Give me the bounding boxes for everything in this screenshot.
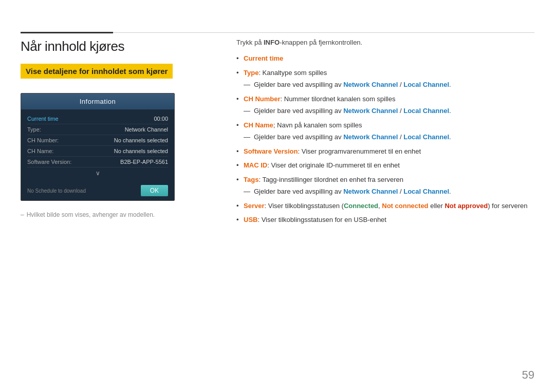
dialog-body: Current time 00:00 Type: Network Channel…	[21, 109, 174, 183]
dialog-label-software-version: Software Version:	[27, 159, 74, 165]
footnote: Hvilket bilde som vises, avhenger av mod…	[21, 211, 216, 218]
info-key-label: INFO	[264, 39, 280, 46]
bullet-rest-mac-id: : Viser det originale ID-nummeret til en…	[267, 161, 400, 169]
page-content: Når innhold kjøres Vise detaljene for in…	[21, 39, 534, 371]
network-channel-link-3: Network Channel	[343, 133, 398, 141]
dialog-value-current-time: 00:00	[74, 116, 168, 122]
dialog-row-ch-number: CH Number: No channels selected	[27, 135, 168, 146]
status-not-connected: Not connected	[382, 202, 428, 210]
local-channel-link-1: Local Channel	[403, 81, 449, 88]
top-line-light	[113, 32, 534, 33]
page-title: Når innhold kjøres	[21, 39, 216, 54]
highlight-subtitle: Vise detaljene for innholdet som kjører	[21, 64, 173, 79]
page-number: 59	[522, 368, 534, 382]
bullet-tags: Tags: Tagg-innstillinger tilordnet en en…	[236, 175, 534, 197]
dialog-value-ch-number: No channels selected	[74, 137, 168, 143]
sub-list-ch-name: Gjelder bare ved avspilling av Network C…	[244, 132, 534, 142]
bullet-label-usb: USB	[244, 216, 257, 223]
bullet-rest-server: : Viser tilkoblingsstatusen (	[264, 202, 343, 210]
sub-item-tags-1: Gjelder bare ved avspilling av Network C…	[244, 186, 534, 197]
bullet-rest-tags: : Tagg-innstillinger tilordnet en enhet …	[258, 176, 403, 183]
dialog-label-type: Type:	[27, 126, 74, 133]
bullet-label-ch-name: CH Name	[244, 121, 273, 129]
bullet-label-software-version: Software Version	[244, 147, 298, 155]
status-not-approved: Not approved	[445, 202, 488, 210]
dialog-row-software-version: Software Version: B2B-EP-APP-5561	[27, 157, 168, 167]
bullet-label-server: Server	[244, 202, 264, 210]
dialog-ok-button[interactable]: OK	[141, 185, 168, 196]
instruction-text: Trykk på INFO-knappen på fjernkontrollen…	[236, 39, 534, 46]
info-dialog-mockup: Information Current time 00:00 Type: Net…	[21, 93, 175, 201]
bullet-type: Type: Kanaltype som spilles Gjelder bare…	[236, 68, 534, 90]
top-decorative-lines	[21, 32, 534, 33]
sub-list-tags: Gjelder bare ved avspilling av Network C…	[244, 186, 534, 197]
dialog-label-ch-name: CH Name:	[27, 148, 74, 154]
dialog-row-current-time: Current time 00:00	[27, 114, 168, 124]
dialog-label-current-time: Current time	[27, 116, 74, 122]
bullet-server: Server: Viser tilkoblingsstatusen (Conne…	[236, 201, 534, 211]
bullet-rest-ch-number: : Nummer tilordnet kanalen som spilles	[281, 95, 396, 103]
bullet-mac-id: MAC ID: Viser det originale ID-nummeret …	[236, 160, 534, 171]
dialog-value-ch-name: No channels selected	[74, 148, 168, 154]
sub-item-ch-name-1: Gjelder bare ved avspilling av Network C…	[244, 132, 534, 142]
bullet-label-ch-number: CH Number	[244, 95, 281, 103]
feature-bullet-list: Current time Type: Kanaltype som spilles…	[236, 53, 534, 225]
right-column: Trykk på INFO-knappen på fjernkontrollen…	[236, 39, 534, 229]
bullet-label-type: Type	[244, 69, 258, 77]
sub-item-ch-number-1: Gjelder bare ved avspilling av Network C…	[244, 106, 534, 116]
network-channel-link-1: Network Channel	[343, 81, 398, 88]
network-channel-link-4: Network Channel	[343, 188, 398, 195]
bullet-ch-name: CH Name; Navn på kanalen som spilles Gje…	[236, 120, 534, 142]
sub-item-type-1: Gjelder bare ved avspilling av Network C…	[244, 80, 534, 90]
bullet-label-tags: Tags	[244, 176, 258, 183]
local-channel-link-4: Local Channel	[403, 188, 449, 195]
local-channel-link-2: Local Channel	[403, 107, 449, 115]
sub-list-ch-number: Gjelder bare ved avspilling av Network C…	[244, 106, 534, 116]
network-channel-link-2: Network Channel	[343, 107, 398, 115]
sub-list-type: Gjelder bare ved avspilling av Network C…	[244, 80, 534, 90]
bullet-rest-software-version: : Viser programvarenummeret til en enhet	[298, 147, 421, 155]
bullet-ch-number: CH Number: Nummer tilordnet kanalen som …	[236, 94, 534, 116]
status-connected: Connected	[344, 202, 378, 210]
bullet-software-version: Software Version: Viser programvarenumme…	[236, 146, 534, 157]
bullet-rest-server-3: eller	[429, 202, 445, 210]
bullet-rest-usb: : Viser tilkoblingsstatusen for en USB-e…	[257, 216, 386, 223]
bullet-label-mac-id: MAC ID	[244, 161, 267, 169]
left-column: Når innhold kjøres Vise detaljene for in…	[21, 39, 216, 218]
dialog-value-software-version: B2B-EP-APP-5561	[74, 159, 168, 165]
bullet-rest-type: : Kanaltype som spilles	[258, 69, 327, 77]
dialog-value-type: Network Channel	[74, 126, 168, 133]
dialog-label-ch-number: CH Number:	[27, 137, 74, 143]
dialog-header: Information	[21, 94, 174, 109]
local-channel-link-3: Local Channel	[403, 133, 449, 141]
bullet-current-time: Current time	[236, 53, 534, 64]
bullet-rest-ch-name: ; Navn på kanalen som spilles	[273, 121, 362, 129]
dialog-schedule-note: No Schedule to download	[27, 188, 86, 194]
bullet-rest-server-4: ) for serveren	[488, 202, 527, 210]
dialog-footer: No Schedule to download OK	[21, 183, 174, 200]
dialog-chevron-icon: ∨	[27, 167, 168, 179]
dialog-row-type: Type: Network Channel	[27, 124, 168, 135]
dialog-row-ch-name: CH Name: No channels selected	[27, 146, 168, 157]
top-line-dark	[21, 32, 113, 33]
bullet-label-current-time: Current time	[244, 54, 283, 62]
bullet-usb: USB: Viser tilkoblingsstatusen for en US…	[236, 215, 534, 225]
